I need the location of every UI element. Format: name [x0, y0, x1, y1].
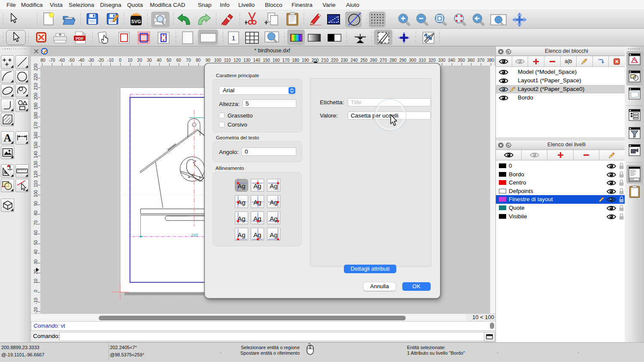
svg-text:Ag: Ag	[270, 182, 277, 190]
svg-text:Ag: Ag	[253, 231, 261, 238]
svg-text:A: A	[3, 132, 11, 144]
svg-text:Ag: Ag	[270, 231, 277, 238]
svg-text:PDF: PDF	[76, 36, 84, 41]
svg-text:Ag: Ag	[237, 231, 245, 238]
svg-text:Ag: Ag	[270, 215, 277, 222]
svg-text:1: 1	[232, 34, 235, 42]
svg-text:Ag: Ag	[270, 199, 277, 206]
svg-text:SVG: SVG	[131, 19, 141, 24]
svg-text:220: 220	[191, 232, 198, 237]
